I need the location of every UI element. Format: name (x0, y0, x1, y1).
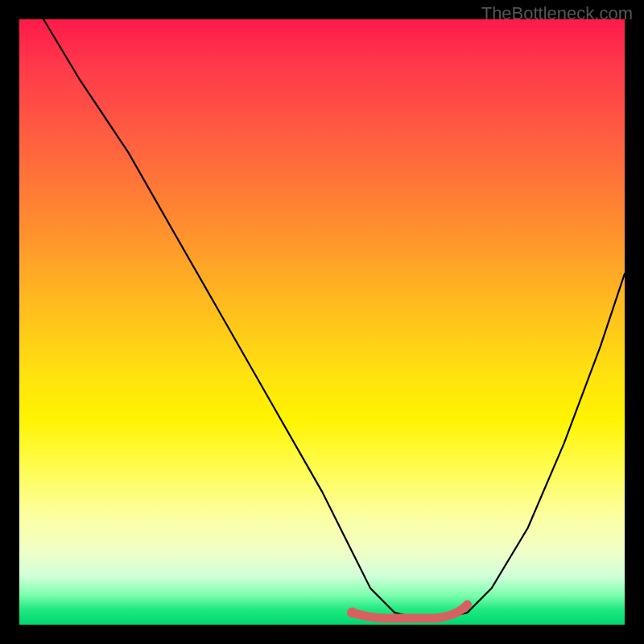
bottleneck-curve-line (43, 19, 625, 619)
flat-bottom-highlight (353, 605, 468, 618)
plot-area (19, 19, 625, 625)
watermark-text: TheBottleneck.com (481, 3, 633, 24)
highlight-start-dot (347, 607, 357, 617)
chart-svg (19, 19, 625, 625)
